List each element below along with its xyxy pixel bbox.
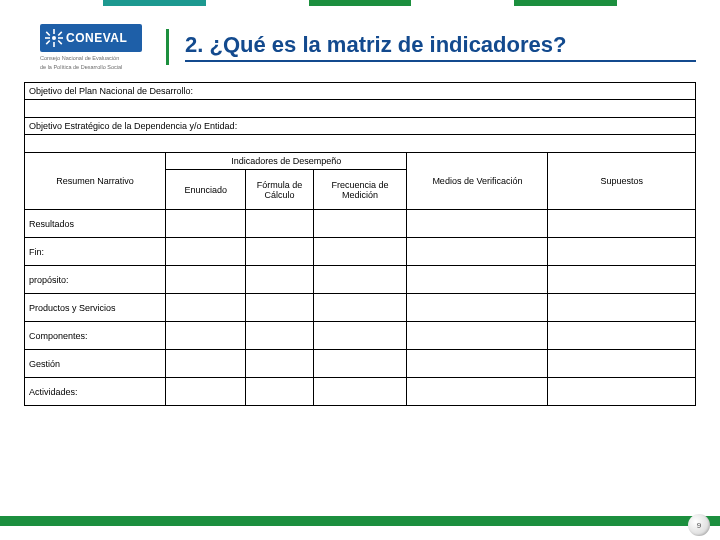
cell-proposito: propósito: (25, 266, 166, 294)
logo-burst-icon (44, 28, 64, 48)
col-enunciado: Enunciado (165, 170, 246, 210)
row-objetivo-pnd-value (25, 100, 696, 118)
svg-rect-3 (45, 37, 50, 39)
logo-subline2: de la Política de Desarrollo Social (40, 64, 150, 70)
col-medios: Medios de Verificación (407, 153, 548, 210)
row-productos: Productos y Servicios (25, 294, 696, 322)
row-headers-1: Resumen Narrativo Indicadores de Desempe… (25, 153, 696, 170)
title-divider (166, 29, 169, 65)
col-formula: Fórmula de Cálculo (246, 170, 313, 210)
logo-block: CONEVAL Consejo Nacional de Evaluación d… (40, 24, 150, 70)
svg-rect-5 (46, 31, 51, 36)
svg-rect-1 (53, 29, 55, 34)
logo-text: CONEVAL (66, 31, 127, 45)
svg-rect-8 (58, 31, 63, 36)
page-title: 2. ¿Qué es la matriz de indicadores? (185, 32, 696, 62)
row-actividades: Actividades: (25, 378, 696, 406)
footer-stripe (0, 516, 720, 526)
page-number: 9 (697, 521, 701, 530)
header: CONEVAL Consejo Nacional de Evaluación d… (40, 24, 696, 70)
svg-rect-7 (46, 40, 51, 45)
row-objetivo-estrategico-label: Objetivo Estratégico de la Dependencia y… (25, 118, 696, 135)
row-resultados: Resultados (25, 210, 696, 238)
matrix-wrap: Objetivo del Plan Nacional de Desarrollo… (24, 82, 696, 504)
svg-rect-4 (58, 37, 63, 39)
row-objetivo-estrategico-value (25, 135, 696, 153)
slide: CONEVAL Consejo Nacional de Evaluación d… (0, 0, 720, 540)
cell-resultados: Resultados (25, 210, 166, 238)
svg-rect-6 (58, 40, 63, 45)
cell-objetivo-pnd-value (25, 100, 696, 118)
svg-rect-2 (53, 42, 55, 47)
cell-productos: Productos y Servicios (25, 294, 166, 322)
cell-fin: Fin: (25, 238, 166, 266)
cell-componentes: Componentes: (25, 322, 166, 350)
label-objetivo-estrategico: Objetivo Estratégico de la Dependencia y… (25, 118, 696, 135)
cell-objetivo-estrategico-value (25, 135, 696, 153)
label-objetivo-pnd: Objetivo del Plan Nacional de Desarrollo… (25, 83, 696, 100)
col-indicadores-group: Indicadores de Desempeño (165, 153, 407, 170)
logo-subline1: Consejo Nacional de Evaluación (40, 55, 150, 61)
col-supuestos: Supuestos (548, 153, 696, 210)
row-fin: Fin: (25, 238, 696, 266)
row-proposito: propósito: (25, 266, 696, 294)
logo-box: CONEVAL (40, 24, 142, 52)
row-componentes: Componentes: (25, 322, 696, 350)
row-objetivo-pnd-label: Objetivo del Plan Nacional de Desarrollo… (25, 83, 696, 100)
page-number-badge: 9 (688, 514, 710, 536)
cell-gestion: Gestión (25, 350, 166, 378)
top-stripe (0, 0, 720, 6)
col-resumen: Resumen Narrativo (25, 153, 166, 210)
cell-actividades: Actividades: (25, 378, 166, 406)
col-frecuencia: Frecuencia de Medición (313, 170, 407, 210)
svg-point-0 (52, 36, 56, 40)
row-gestion: Gestión (25, 350, 696, 378)
matrix-table: Objetivo del Plan Nacional de Desarrollo… (24, 82, 696, 406)
